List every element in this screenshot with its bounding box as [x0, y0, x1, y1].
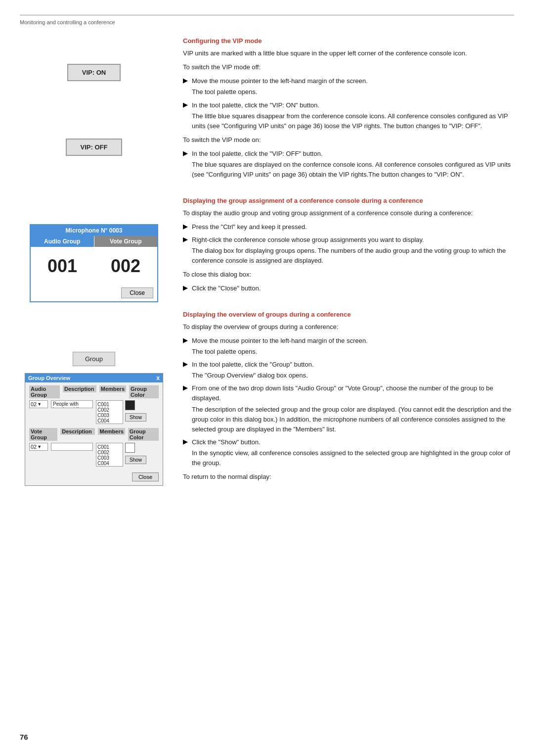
vote-group-label: Vote Group: [29, 428, 57, 441]
go-bullet-1: ▶ Move the mouse pointer to the left-han…: [183, 336, 514, 357]
audio-member-3: C003: [97, 413, 122, 418]
vote-group-dropdown-icon: ▼: [37, 444, 42, 449]
vote-group-value: 02: [31, 444, 37, 450]
audio-member-5: C005: [97, 424, 122, 424]
vip-bullet-1-text: Move the mouse pointer to the left-hand …: [192, 76, 514, 97]
divider-1: [183, 183, 514, 195]
audio-description-field[interactable]: People with hearing aid/more: [51, 400, 93, 408]
group-overview-close-button[interactable]: Close: [132, 472, 159, 481]
go-bullet-3: ▶ From one of the two drop down lists "A…: [183, 383, 514, 434]
right-column: Configuring the VIP mode VIP units are m…: [178, 35, 514, 486]
vip-bullet-2-text: In the tool palette, click the "VIP: ON"…: [192, 100, 514, 131]
mic-close-button[interactable]: Close: [121, 287, 153, 298]
close-dialog-heading: To close this dialog box:: [183, 270, 514, 280]
vip-off-button[interactable]: VIP: OFF: [66, 139, 123, 156]
audio-show-button[interactable]: Show: [125, 413, 146, 422]
vote-members-col-header: Members: [98, 428, 125, 435]
audio-color-box: [125, 400, 135, 410]
vote-member-5: C005: [97, 466, 122, 467]
vote-show-button[interactable]: Show: [125, 456, 146, 464]
group-overview-close-x[interactable]: x: [156, 375, 160, 381]
bullet-arrow-icon-9: ▶: [183, 384, 188, 391]
group-overview-titlebar: Group Overview x: [25, 374, 163, 382]
vote-member-1: C001: [97, 444, 122, 450]
vote-group-data-row: 02 ▼ C001 C002 C003 C004 C005: [29, 443, 159, 467]
audio-right-col: Show: [125, 400, 146, 422]
audio-group-select[interactable]: 02 ▼: [29, 400, 48, 408]
group-color-col-header: Group Color: [129, 385, 159, 398]
audio-group-dropdown-icon: ▼: [37, 402, 42, 407]
vip-on-bullet-1: ▶ In the tool palette, click the "VIP: O…: [183, 149, 514, 180]
vote-member-3: C003: [97, 455, 122, 461]
vote-group-header-row: Vote Group Description Members Group Col…: [29, 428, 159, 441]
vip-mode-title: Configuring the VIP mode: [183, 37, 514, 45]
go-bullet-3-text: From one of the two drop down lists "Aud…: [192, 383, 514, 434]
bullet-arrow-icon-6: ▶: [183, 284, 188, 291]
vote-members-box: C001 C002 C003 C004 C005: [96, 443, 123, 467]
audio-group-header: Audio Group: [31, 236, 94, 247]
bullet-arrow-icon-2: ▶: [183, 101, 188, 108]
vip-bullet-2: ▶ In the tool palette, click the "VIP: O…: [183, 100, 514, 131]
ga-bullet-1-text: Press the "Ctrl" key and keep it pressed…: [192, 222, 514, 232]
vote-group-color-col-header: Group Color: [128, 428, 159, 441]
mic-dialog-footer: Close: [31, 285, 157, 301]
audio-group-header-row: Audio Group Description Members Group Co…: [29, 385, 159, 398]
members-col-header: Members: [99, 385, 126, 392]
ga-bullet-2: ▶ Right-click the conference console who…: [183, 235, 514, 266]
bullet-arrow-icon-7: ▶: [183, 336, 188, 344]
vote-member-2: C002: [97, 450, 122, 455]
audio-member-1: C001: [97, 402, 122, 407]
group-overview-intro: To display the overview of groups during…: [183, 322, 514, 332]
vote-group-select[interactable]: 02 ▼: [29, 443, 48, 451]
bullet-arrow-icon-3: ▶: [183, 149, 188, 157]
breadcrumb: Monitoring and controlling a conference: [20, 19, 514, 25]
vip-intro-text: VIP units are marked with a little blue …: [183, 48, 514, 58]
vote-members-and-show: C001 C002 C003 C004 C005 Show: [96, 443, 146, 467]
bullet-arrow-icon-5: ▶: [183, 236, 188, 243]
go-bullet-2: ▶ In the tool palette, click the "Group"…: [183, 360, 514, 380]
bullet-arrow-icon-10: ▶: [183, 438, 188, 445]
audio-group-label: Audio Group: [29, 385, 60, 398]
audio-members-box: C001 C002 C003 C004 C005 C006: [96, 400, 123, 424]
switch-off-heading: To switch the VIP mode off:: [183, 62, 514, 72]
vote-group-section: Vote Group Description Members Group Col…: [29, 428, 159, 467]
go-bullet-4: ▶ Click the "Show" button. In the synopt…: [183, 437, 514, 468]
group-overview-footer: Close: [29, 471, 159, 482]
top-rule: [20, 15, 514, 15]
go-bullet-2-text: In the tool palette, click the "Group" b…: [192, 360, 514, 380]
vote-description-field[interactable]: [51, 443, 93, 451]
audio-members-and-show: C001 C002 C003 C004 C005 C006 Show: [96, 400, 146, 424]
ga-bullet-2-text: Right-click the conference console whose…: [192, 235, 514, 266]
mic-dialog-numbers: 001 002: [31, 247, 157, 285]
page-number: 76: [20, 733, 28, 741]
ga-bullet-1: ▶ Press the "Ctrl" key and keep it press…: [183, 222, 514, 232]
go-bullet-4-text: Click the "Show" button. In the synoptic…: [192, 437, 514, 468]
divider-2: [183, 297, 514, 309]
vip-on-bullet-1-text: In the tool palette, click the "VIP: OFF…: [192, 149, 514, 180]
bullet-arrow-icon-8: ▶: [183, 360, 188, 368]
page-container: Monitoring and controlling a conference …: [0, 0, 534, 756]
description-col-header: Description: [63, 385, 96, 392]
vote-member-4: C004: [97, 461, 122, 466]
audio-group-data-row: 02 ▼ People with hearing aid/more C001 C…: [29, 400, 159, 424]
group-overview-body: Audio Group Description Members Group Co…: [25, 382, 163, 485]
normal-display-text: To return to the normal display:: [183, 472, 514, 482]
audio-group-number: 001: [31, 256, 94, 277]
mic-dialog-header-row: Audio Group Vote Group: [31, 236, 157, 247]
vip-on-button[interactable]: VIP: ON: [67, 64, 121, 81]
vip-bullet-1: ▶ Move the mouse pointer to the left-han…: [183, 76, 514, 97]
audio-group-section: Audio Group Description Members Group Co…: [29, 385, 159, 424]
bullet-arrow-icon-4: ▶: [183, 223, 188, 230]
close-bullet: ▶ Click the "Close" button.: [183, 284, 514, 293]
audio-member-2: C002: [97, 407, 122, 413]
go-bullet-1-text: Move the mouse pointer to the left-hand …: [192, 336, 514, 357]
group-assignment-intro: To display the audio group and voting gr…: [183, 208, 514, 218]
mic-dialog-title: Microphone N° 0003: [31, 225, 157, 236]
audio-member-4: C004: [97, 418, 122, 424]
vote-description-col-header: Description: [60, 428, 95, 435]
vote-group-header: Vote Group: [94, 236, 158, 247]
group-button[interactable]: Group: [73, 352, 115, 366]
vote-color-box: [125, 443, 135, 453]
group-overview-dialog: Group Overview x Audio Group Description…: [25, 373, 163, 486]
switch-on-heading: To switch the VIP mode on:: [183, 135, 514, 145]
